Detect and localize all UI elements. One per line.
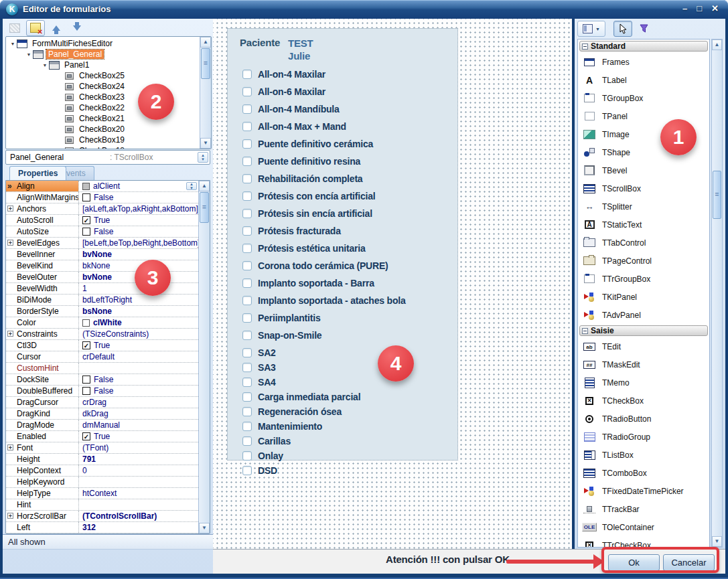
property-row-Enabled[interactable]: Enabled✓True <box>6 431 198 442</box>
property-row-DragMode[interactable]: DragModedmManual <box>6 420 198 431</box>
property-row-AlignWithMargins[interactable]: AlignWithMarginsFalse <box>6 192 198 203</box>
checkbox-icon[interactable] <box>242 87 252 96</box>
checkbox-icon[interactable] <box>242 392 252 402</box>
property-row-BiDiMode[interactable]: BiDiModebdLeftToRight <box>6 295 198 306</box>
palette-item-Frames[interactable]: Frames <box>578 53 709 71</box>
checkbox-icon[interactable] <box>242 422 252 431</box>
property-row-HorzScrollBar[interactable]: +HorzScrollBar(TControlScrollBar) <box>6 511 198 522</box>
palette-item-TTrackBar[interactable]: TTrackBar <box>578 500 709 518</box>
minimize-button[interactable]: – <box>682 3 687 15</box>
tree-item-FormMultiFichesEditor[interactable]: ▼FormMultiFichesEditor <box>6 38 200 49</box>
checkbox-icon[interactable] <box>242 451 252 461</box>
close-button[interactable]: ✕ <box>711 3 719 15</box>
form-checkbox-row[interactable]: Rehabilitación completa <box>242 173 406 184</box>
property-row-BevelWidth[interactable]: BevelWidth1 <box>6 283 198 295</box>
palette-item-TMaskEdit[interactable]: ##TMaskEdit <box>578 355 709 374</box>
form-designer-surface[interactable]: Paciente TESTJulie All-on-4 MaxilarAll-o… <box>213 19 572 549</box>
checkbox-icon[interactable] <box>242 70 252 79</box>
filter-button[interactable] <box>635 21 654 37</box>
form-checkbox-row[interactable]: Implanto soportada - Barra <box>242 278 406 288</box>
checkbox-icon[interactable] <box>242 278 252 288</box>
checkbox-icon[interactable] <box>242 191 252 201</box>
property-row-DoubleBuffered[interactable]: DoubleBufferedFalse <box>6 386 198 397</box>
checkbox-icon[interactable] <box>242 261 252 270</box>
expand-caret-icon[interactable]: ▼ <box>9 42 17 46</box>
palette-item-TListBox[interactable]: TListBox <box>578 446 709 464</box>
form-checkbox-row[interactable]: Carga inmediata parcial <box>242 392 406 402</box>
property-row-BevelEdges[interactable]: +BevelEdges[beLeft,beTop,beRight,beBotto… <box>6 238 198 249</box>
form-checkbox-row[interactable]: Snap-on-Smile <box>242 330 406 341</box>
checkbox-icon[interactable] <box>242 331 252 340</box>
tree-item-CheckBox25[interactable]: CheckBox25 <box>6 70 200 81</box>
form-checkbox-row[interactable]: Puente definitivo resina <box>242 156 406 167</box>
property-row-Left[interactable]: Left312 <box>6 522 198 533</box>
form-checkbox-row[interactable]: SA4 <box>242 377 406 388</box>
collapse-icon[interactable] <box>582 44 588 50</box>
expand-plus-icon[interactable]: + <box>7 444 13 450</box>
palette-item-TBevel[interactable]: TBevel <box>578 161 709 179</box>
property-row-BorderStyle[interactable]: BorderStylebsNone <box>6 306 198 317</box>
palette-item-TKitPanel[interactable]: TKitPanel <box>578 288 709 306</box>
tree-item-Panel_General[interactable]: ▼Panel_General <box>6 49 200 60</box>
component-selector-combo[interactable]: Panel_General : TScrollBox ▲▼ <box>5 150 210 165</box>
bool-checkbox[interactable] <box>82 228 90 236</box>
form-checkbox-row[interactable]: Carillas <box>242 436 406 446</box>
palette-item-TComboBox[interactable]: TComboBox <box>578 464 709 482</box>
palette-item-TMemo[interactable]: TMemo <box>578 374 709 392</box>
palette-item-TTabControl[interactable]: TTabControl <box>578 234 709 252</box>
form-checkbox-row[interactable]: Corona todo cerámica (PURE) <box>242 260 406 271</box>
property-row-AutoScroll[interactable]: AutoScroll✓True <box>6 215 198 226</box>
property-row-Font[interactable]: +Font(TFont) <box>6 442 198 454</box>
palette-item-TCheckBox[interactable]: ✕TCheckBox <box>578 392 709 410</box>
scroll-down-arrow[interactable]: ▼ <box>712 536 722 547</box>
property-row-AutoSize[interactable]: AutoSizeFalse <box>6 226 198 238</box>
property-row-DragCursor[interactable]: DragCursorcrDrag <box>6 397 198 408</box>
property-grid-scrollbar[interactable]: ▲ ▼ <box>198 181 210 533</box>
palette-item-TAdvPanel[interactable]: TAdvPanel <box>578 306 709 324</box>
palette-item-TFixedDateTimePicker[interactable]: TFixedDateTimePicker <box>578 482 709 500</box>
form-checkbox-row[interactable]: Implanto soportada - ataches bola <box>242 295 406 306</box>
form-checkbox-row[interactable]: All-on-4 Mandíbula <box>242 104 406 114</box>
form-checkbox-row[interactable]: DSD <box>242 465 406 476</box>
property-row-DragKind[interactable]: DragKinddkDrag <box>6 408 198 420</box>
palette-item-TScrollBox[interactable]: TScrollBox <box>578 179 709 197</box>
property-row-Height[interactable]: Height791 <box>6 454 198 465</box>
property-row-CustomHint[interactable]: CustomHint <box>6 363 198 374</box>
combo-spinner[interactable]: ▲▼ <box>198 152 208 163</box>
property-row-Hint[interactable]: Hint <box>6 499 198 511</box>
form-checkbox-row[interactable]: All-on-6 Maxilar <box>242 86 406 97</box>
checkbox-icon[interactable] <box>242 363 252 372</box>
tree-item-CheckBox18[interactable]: CheckBox18 <box>6 145 200 149</box>
component-view-button[interactable]: ▼ <box>577 21 605 37</box>
palette-item-TEdit[interactable]: abTEdit <box>578 337 709 355</box>
property-row-Cursor[interactable]: CursorcrDefault <box>6 351 198 363</box>
bool-checkbox[interactable] <box>82 193 90 201</box>
scroll-down-arrow[interactable]: ▼ <box>199 523 210 533</box>
form-checkbox-row[interactable]: All-on-4 Max + Mand <box>242 121 406 132</box>
checkbox-icon[interactable] <box>242 226 252 236</box>
property-row-BevelKind[interactable]: BevelKindbkNone <box>6 260 198 272</box>
checkbox-icon[interactable] <box>242 139 252 149</box>
property-row-Constraints[interactable]: +Constraints(TSizeConstraints) <box>6 329 198 340</box>
scrollbar-thumb[interactable] <box>713 171 721 219</box>
property-row-Color[interactable]: ColorclWhite <box>6 317 198 329</box>
checkbox-icon[interactable] <box>242 378 252 387</box>
checkbox-icon[interactable] <box>242 104 252 114</box>
palette-item-TGroupBox[interactable]: TGroupBox <box>578 89 709 107</box>
expand-plus-icon[interactable]: + <box>7 205 13 212</box>
dropdown-arrow-icon[interactable]: ▼ <box>595 27 600 31</box>
scroll-up-arrow[interactable]: ▲ <box>200 37 211 48</box>
checkbox-icon[interactable] <box>242 348 252 357</box>
tree-item-CheckBox20[interactable]: CheckBox20 <box>6 124 200 135</box>
bool-checkbox[interactable]: ✓ <box>82 432 90 440</box>
property-row-HelpContext[interactable]: HelpContext0 <box>6 465 198 477</box>
form-checkbox-row[interactable]: Mantenimiento <box>242 421 406 432</box>
palette-item-TLabel[interactable]: ATLabel <box>578 71 709 89</box>
expand-plus-icon[interactable]: + <box>7 240 13 246</box>
palette-group-saisie[interactable]: Saisie <box>579 325 708 336</box>
form-checkbox-row[interactable]: Prótesis fracturada <box>242 226 406 236</box>
scroll-up-arrow[interactable]: ▲ <box>712 39 722 50</box>
titlebar[interactable]: K Editor de formularios –□✕ <box>0 0 728 19</box>
form-checkbox-row[interactable]: Prótesis sin encía artificial <box>242 208 406 219</box>
property-row-DockSite[interactable]: DockSiteFalse <box>6 374 198 386</box>
